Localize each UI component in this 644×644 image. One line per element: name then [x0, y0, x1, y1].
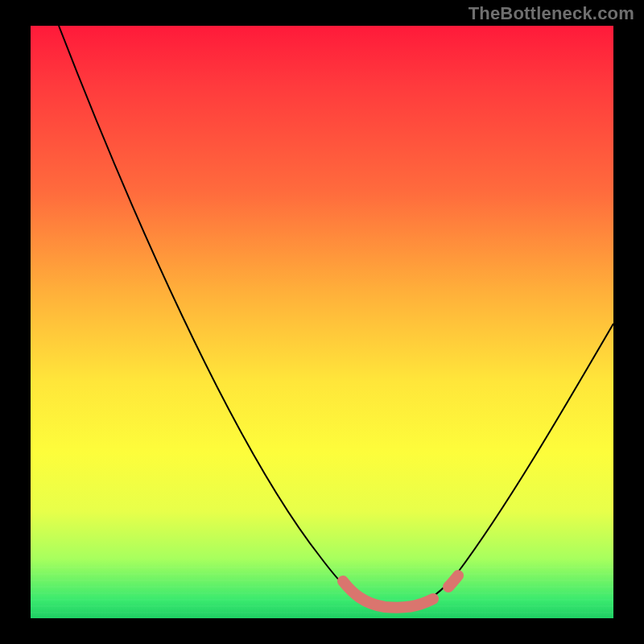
highlight-segment-left	[343, 581, 433, 608]
highlight-segment-right	[448, 576, 458, 587]
attribution-text: TheBottleneck.com	[469, 3, 634, 24]
bottleneck-curve	[31, 26, 613, 618]
plot-area	[31, 26, 613, 618]
chart-frame: TheBottleneck.com	[0, 0, 644, 644]
curve-path	[59, 26, 613, 608]
